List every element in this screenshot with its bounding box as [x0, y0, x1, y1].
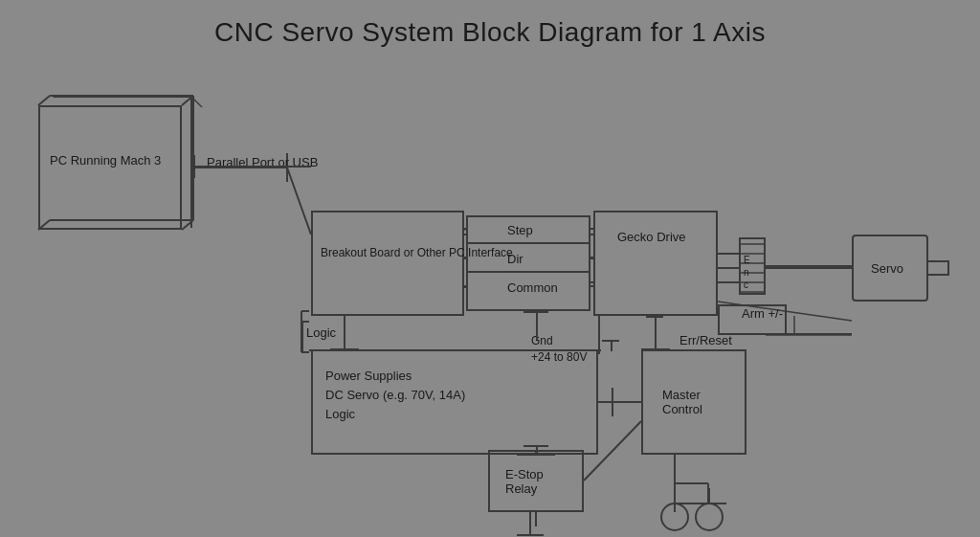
power-label3: Logic: [325, 407, 355, 421]
servo-label: Servo: [871, 261, 903, 276]
breakout-box: [311, 211, 464, 316]
master-label: MasterControl: [662, 388, 702, 416]
gnd-label: Gnd+24 to 80V: [531, 333, 587, 366]
step-label: Step: [507, 223, 533, 237]
servo-shaft: [928, 260, 949, 276]
gecko-label: Gecko Drive: [617, 230, 686, 244]
svg-line-9: [287, 168, 311, 235]
svg-line-3: [38, 96, 50, 105]
dir-label: Dir: [507, 252, 523, 266]
logic-label: Logic: [306, 325, 336, 340]
gecko-box: [593, 211, 718, 316]
power-label2: DC Servo (e.g. 70V, 14A): [325, 388, 465, 402]
arm-label: Arm +/-: [742, 306, 783, 321]
enc-label: Enc: [744, 254, 750, 291]
err-reset-label: Err/Reset: [679, 333, 732, 347]
pc-box: [38, 105, 182, 230]
page-title: CNC Servo System Block Diagram for 1 Axi…: [0, 0, 980, 48]
pc-label: PC Running Mach 3: [50, 153, 161, 168]
estop-relay-label: E-StopRelay: [505, 467, 544, 496]
estop-circle: [695, 503, 724, 531]
power-label1: Power Supplies: [325, 369, 412, 383]
common-label: Common: [507, 280, 558, 295]
